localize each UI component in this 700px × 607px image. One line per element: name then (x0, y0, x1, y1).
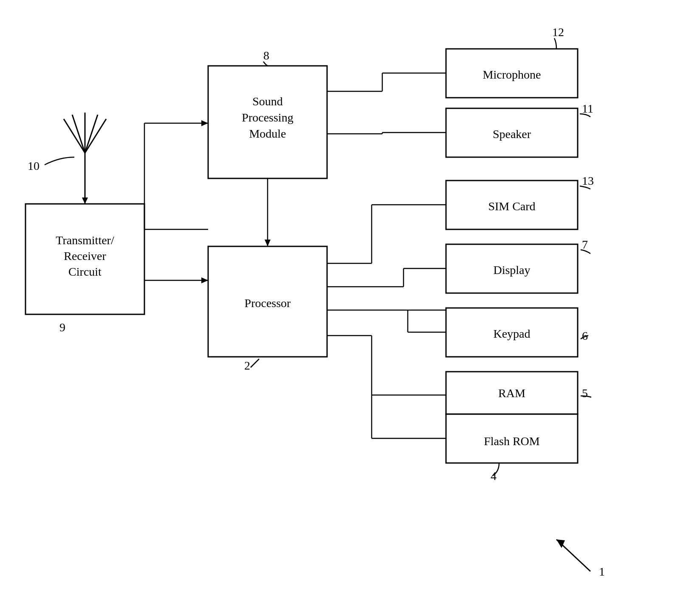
svg-line-1 (64, 119, 85, 153)
svg-text:Receiver: Receiver (64, 249, 106, 263)
svg-text:4: 4 (491, 469, 497, 483)
svg-text:5: 5 (582, 387, 588, 400)
svg-text:Keypad: Keypad (493, 327, 530, 340)
svg-text:Speaker: Speaker (493, 127, 531, 141)
svg-text:2: 2 (244, 359, 250, 372)
svg-line-4 (85, 115, 98, 153)
diagram: 10 Transmitter/ Receiver Circuit 9 Sound… (0, 0, 700, 607)
svg-text:Display: Display (493, 263, 530, 277)
svg-text:10: 10 (28, 159, 40, 172)
svg-text:13: 13 (582, 174, 594, 187)
svg-text:Flash ROM: Flash ROM (484, 435, 540, 448)
svg-text:Sound: Sound (252, 95, 283, 108)
svg-line-2 (72, 115, 85, 153)
svg-marker-7 (82, 198, 88, 204)
svg-text:Module: Module (249, 127, 286, 140)
svg-marker-48 (201, 277, 208, 283)
svg-text:RAM: RAM (498, 387, 525, 400)
svg-text:7: 7 (582, 238, 588, 251)
svg-text:8: 8 (263, 49, 269, 62)
svg-text:1: 1 (599, 565, 605, 578)
svg-text:Processor: Processor (245, 296, 291, 310)
svg-text:SIM Card: SIM Card (488, 200, 535, 213)
svg-text:12: 12 (552, 25, 564, 39)
svg-text:Circuit: Circuit (68, 265, 102, 278)
svg-text:Microphone: Microphone (483, 68, 541, 81)
svg-marker-46 (201, 120, 208, 126)
svg-text:Processing: Processing (242, 111, 293, 124)
svg-marker-50 (265, 240, 271, 246)
svg-line-5 (85, 119, 106, 153)
diagram-svg: 10 Transmitter/ Receiver Circuit 9 Sound… (0, 0, 700, 607)
svg-text:Transmitter/: Transmitter/ (56, 234, 114, 247)
svg-text:11: 11 (582, 102, 593, 115)
svg-text:9: 9 (59, 321, 65, 334)
